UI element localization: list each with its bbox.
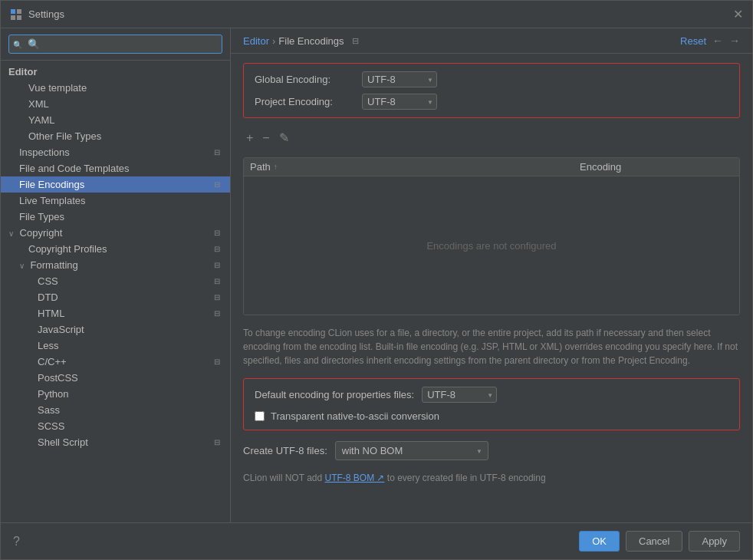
sidebar-item-yaml[interactable]: YAML — [1, 112, 230, 128]
sync-icon-dtd: ⊟ — [212, 292, 222, 303]
edit-path-button[interactable]: ✎ — [276, 129, 292, 147]
help-button[interactable]: ? — [13, 535, 20, 548]
svg-rect-1 — [17, 9, 21, 14]
sync-icon-inspections: ⊟ — [212, 147, 222, 158]
path-table-toolbar: + − ✎ — [243, 126, 740, 150]
sidebar-item-copyright-profiles[interactable]: Copyright Profiles ⊟ — [1, 241, 230, 257]
sidebar-item-other-file-types[interactable]: Other File Types — [1, 128, 230, 144]
sync-icon-cpp: ⊟ — [212, 357, 222, 367]
global-encoding-row: Global Encoding: UTF-8 UTF-16 ISO-8859-1 — [255, 71, 728, 87]
sync-icon-shell-script: ⊟ — [212, 437, 222, 448]
sidebar-item-cpp[interactable]: C/C++ ⊟ — [1, 354, 230, 370]
search-input[interactable] — [8, 35, 222, 54]
global-project-encoding-box: Global Encoding: UTF-8 UTF-16 ISO-8859-1… — [243, 63, 740, 118]
ok-button[interactable]: OK — [579, 531, 620, 552]
settings-window: Settings ✕ Editor Vue template XML — [0, 0, 753, 560]
panel-actions: Reset ← → — [680, 35, 740, 47]
project-encoding-row: Project Encoding: UTF-8 UTF-16 ISO-8859-… — [255, 94, 728, 110]
svg-rect-2 — [11, 15, 15, 20]
panel-body: Global Encoding: UTF-8 UTF-16 ISO-8859-1… — [231, 54, 752, 522]
sync-icon-formatting: ⊟ — [212, 260, 222, 271]
sync-icon-copyright-profiles: ⊟ — [212, 244, 222, 255]
bom-label: Create UTF-8 files: — [243, 445, 327, 456]
sidebar-item-file-code-templates[interactable]: File and Code Templates — [1, 160, 230, 176]
sidebar-item-scss[interactable]: SCSS — [1, 418, 230, 434]
sidebar-item-sass[interactable]: Sass — [1, 402, 230, 418]
sidebar-item-postcss[interactable]: PostCSS — [1, 370, 230, 386]
footer-buttons: OK Cancel Apply — [579, 531, 740, 552]
native-to-ascii-checkbox[interactable] — [255, 411, 265, 421]
default-encoding-label: Default encoding for properties files: — [255, 389, 414, 400]
breadcrumb: Editor › File Encodings ⊟ — [243, 35, 359, 47]
table-header: Path ↑ Encoding — [244, 158, 739, 176]
sidebar-item-live-templates[interactable]: Live Templates — [1, 193, 230, 209]
sidebar-item-html[interactable]: HTML ⊟ — [1, 305, 230, 321]
search-wrapper — [8, 35, 222, 54]
sidebar-item-file-encodings[interactable]: File Encodings ⊟ — [1, 176, 230, 193]
cancel-button[interactable]: Cancel — [626, 531, 682, 552]
search-box — [1, 28, 230, 61]
default-encoding-row: Default encoding for properties files: U… — [255, 387, 728, 403]
sidebar-item-dtd[interactable]: DTD ⊟ — [1, 289, 230, 305]
add-path-button[interactable]: + — [243, 130, 256, 147]
app-icon — [10, 8, 22, 21]
footer: ? OK Cancel Apply — [1, 522, 752, 559]
reset-button[interactable]: Reset — [680, 35, 706, 47]
sidebar-item-formatting[interactable]: ∨ Formatting ⊟ — [1, 257, 230, 273]
main-content: Editor Vue template XML YAML Other File … — [1, 28, 752, 522]
window-title: Settings — [28, 8, 64, 20]
bom-select-wrapper: with NO BOM with BOM — [335, 441, 488, 460]
title-bar: Settings ✕ — [1, 1, 752, 28]
sidebar-item-vue-template[interactable]: Vue template — [1, 80, 230, 96]
col-encoding: Encoding — [580, 161, 733, 173]
sidebar-item-xml[interactable]: XML — [1, 96, 230, 112]
path-encoding-table: Path ↑ Encoding Encodings are not config… — [243, 157, 740, 315]
sync-icon-file-encodings: ⊟ — [212, 180, 222, 190]
project-encoding-select-wrapper: UTF-8 UTF-16 ISO-8859-1 — [362, 94, 437, 110]
project-encoding-select[interactable]: UTF-8 UTF-16 ISO-8859-1 — [362, 94, 437, 110]
bom-info-text: CLion will NOT add UTF-8 BOM ↗ to every … — [243, 471, 740, 485]
apply-button[interactable]: Apply — [689, 531, 740, 552]
nav-back-button[interactable]: ← — [712, 35, 723, 47]
sidebar-item-copyright[interactable]: ∨ Copyright ⊟ — [1, 225, 230, 241]
sidebar-item-shell-script[interactable]: Shell Script ⊟ — [1, 434, 230, 450]
sort-arrow-path: ↑ — [274, 163, 278, 171]
global-encoding-select[interactable]: UTF-8 UTF-16 ISO-8859-1 — [362, 71, 437, 87]
sidebar: Editor Vue template XML YAML Other File … — [1, 28, 231, 522]
sidebar-item-less[interactable]: Less — [1, 338, 230, 354]
col-path: Path ↑ — [250, 161, 580, 173]
svg-rect-3 — [17, 15, 21, 20]
bom-row: Create UTF-8 files: with NO BOM with BOM — [243, 438, 740, 463]
sidebar-item-javascript[interactable]: JavaScript — [1, 321, 230, 338]
pin-icon[interactable]: ⊟ — [352, 36, 359, 46]
default-encoding-box: Default encoding for properties files: U… — [243, 378, 740, 430]
sidebar-item-python[interactable]: Python — [1, 386, 230, 402]
sync-icon-html: ⊟ — [212, 308, 222, 319]
panel-header: Editor › File Encodings ⊟ Reset ← → — [231, 28, 752, 54]
sync-icon-css: ⊟ — [212, 276, 222, 287]
bom-link[interactable]: UTF-8 BOM ↗ — [325, 473, 385, 483]
sidebar-item-file-types[interactable]: File Types — [1, 209, 230, 225]
sidebar-item-inspections[interactable]: Inspections ⊟ — [1, 144, 230, 160]
native-to-ascii-label[interactable]: Transparent native-to-ascii conversion — [271, 410, 439, 422]
table-body: Encodings are not configured — [244, 176, 739, 315]
global-encoding-select-wrapper: UTF-8 UTF-16 ISO-8859-1 — [362, 71, 437, 87]
info-text: To change encoding CLion uses for a file… — [243, 323, 740, 371]
nav-forward-button[interactable]: → — [729, 35, 740, 47]
sidebar-item-css[interactable]: CSS ⊟ — [1, 273, 230, 289]
global-encoding-label: Global Encoding: — [255, 74, 354, 85]
breadcrumb-current: File Encodings — [278, 35, 344, 47]
remove-path-button[interactable]: − — [259, 130, 272, 147]
bom-select[interactable]: with NO BOM with BOM — [335, 441, 488, 460]
breadcrumb-editor-link[interactable]: Editor — [243, 35, 269, 47]
empty-state-text: Encodings are not configured — [426, 240, 556, 252]
right-panel: Editor › File Encodings ⊟ Reset ← → Glob… — [231, 28, 752, 522]
svg-rect-0 — [11, 9, 15, 14]
breadcrumb-separator: › — [272, 35, 275, 47]
sync-icon-copyright: ⊟ — [212, 228, 222, 239]
sidebar-tree: Editor Vue template XML YAML Other File … — [1, 61, 230, 522]
project-encoding-label: Project Encoding: — [255, 96, 354, 107]
native-to-ascii-row: Transparent native-to-ascii conversion — [255, 410, 728, 422]
default-encoding-select[interactable]: UTF-8 ISO-8859-1 UTF-16 — [422, 387, 497, 403]
close-button[interactable]: ✕ — [733, 7, 743, 21]
